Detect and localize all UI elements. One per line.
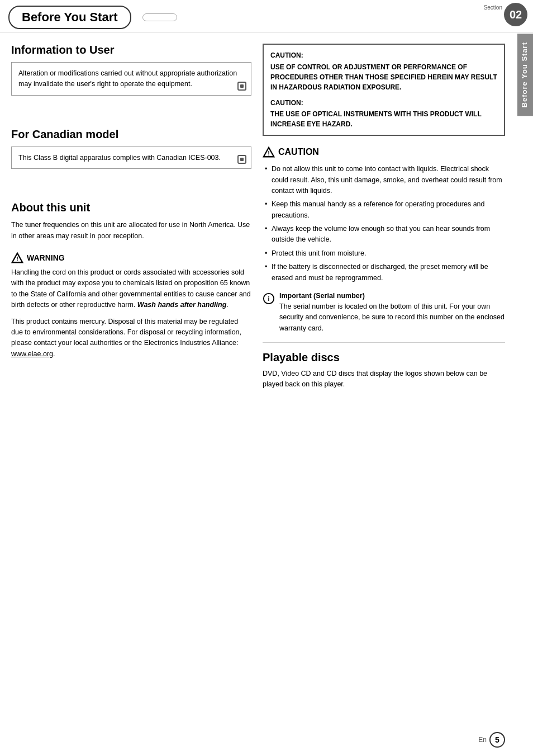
left-column: Information to User Alteration or modifi… — [11, 44, 251, 396]
header-oval — [142, 13, 177, 21]
page-title: Before You Start — [8, 6, 131, 29]
warning-bold-italic: Wash hands after handling — [137, 301, 227, 309]
about-unit-body: The tuner frequencies on this unit are a… — [11, 220, 251, 242]
info-user-text: Alteration or modifications carried out … — [18, 69, 237, 88]
right-side-tab: Before You Start — [517, 34, 533, 116]
list-item: Always keep the volume low enough so tha… — [263, 224, 505, 245]
warning-body1: Handling the cord on this product or cor… — [11, 267, 251, 311]
right-column: CAUTION: USE OF CONTROL OR ADJUSTMENT OR… — [263, 44, 525, 396]
caution-body-2: THE USE OF OPTICAL INSTRUMENTS WITH THIS… — [270, 109, 497, 129]
eiae-link[interactable]: www.eiae.org — [11, 350, 53, 358]
square-icon-1 — [237, 82, 246, 91]
svg-text:!: ! — [16, 256, 18, 262]
important-content: Important (Serial number) The serial num… — [279, 292, 505, 334]
list-item: Keep this manual handy as a reference fo… — [263, 199, 505, 221]
canadian-box: This Class B digital apparatus complies … — [11, 147, 251, 169]
caution-combined-box: CAUTION: USE OF CONTROL OR ADJUSTMENT OR… — [263, 44, 505, 136]
warning-icon: ! — [11, 252, 23, 264]
caution-label-1: CAUTION: — [270, 50, 497, 61]
playable-heading: Playable discs — [263, 351, 505, 364]
page-header: Before You Start Section 02 — [0, 0, 533, 32]
svg-text:i: i — [268, 296, 270, 302]
warning-label: WARNING — [27, 253, 65, 262]
square-icon-2 — [237, 155, 246, 164]
canadian-heading: For Canadian model — [11, 128, 251, 141]
important-label: Important (Serial number) — [279, 292, 505, 300]
info-user-heading: Information to User — [11, 44, 251, 56]
warning-heading: ! WARNING — [11, 252, 251, 264]
playable-body: DVD, Video CD and CD discs that display … — [263, 368, 505, 390]
important-icon: i — [263, 292, 275, 305]
info-user-box: Alteration or modifications carried out … — [11, 62, 251, 96]
list-item: Protect this unit from moisture. — [263, 248, 505, 259]
important-body: The serial number is located on the bott… — [279, 301, 505, 334]
list-item: Do not allow this unit to come into cont… — [263, 164, 505, 196]
section-number: 02 — [504, 3, 527, 26]
svg-text:!: ! — [268, 150, 270, 157]
caution-triangle-icon: ! — [263, 146, 275, 158]
caution-label-2: CAUTION: — [270, 98, 497, 108]
list-item: If the battery is disconnected or discha… — [263, 262, 505, 284]
canadian-text: This Class B digital apparatus complies … — [18, 154, 221, 162]
separator — [263, 342, 505, 343]
caution-label-main: CAUTION — [278, 147, 319, 157]
en-label: En — [478, 736, 487, 744]
warning-body2: This product contains mercury. Disposal … — [11, 316, 251, 360]
page-number: 5 — [489, 732, 505, 748]
page-footer: En 5 — [478, 732, 505, 748]
caution-body-1: USE OF CONTROL OR ADJUSTMENT OR PERFORMA… — [270, 62, 497, 92]
caution-bullet-list: Do not allow this unit to come into cont… — [263, 164, 505, 284]
important-section: i Important (Serial number) The serial n… — [263, 292, 505, 334]
about-unit-heading: About this unit — [11, 201, 251, 214]
main-content: Information to User Alteration or modifi… — [0, 32, 533, 407]
caution-heading: ! CAUTION — [263, 146, 505, 158]
section-label: Section — [484, 4, 502, 11]
